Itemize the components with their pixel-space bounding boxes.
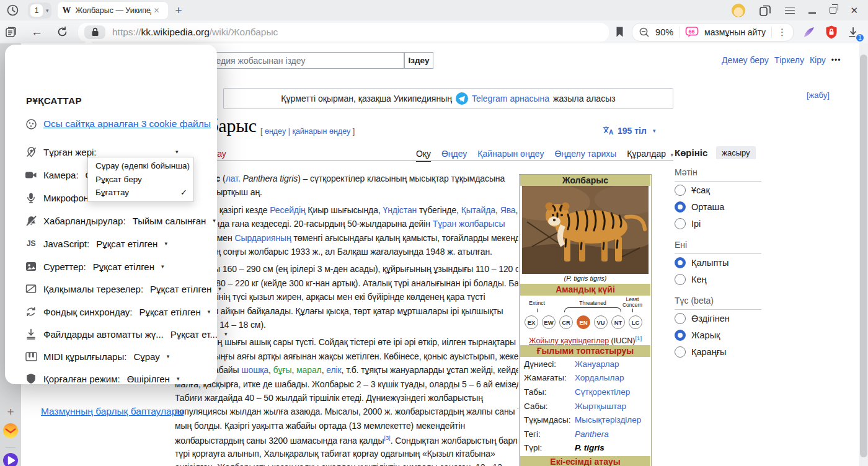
cookies-row[interactable]: Осы сайтқа арналған 3 cookie файлы (25, 118, 211, 130)
permission-row-background-sync[interactable]: Фондық синхрондау:Рұқсат етілген▾ (25, 304, 210, 320)
account-link[interactable]: Тіркелу (774, 55, 804, 65)
tab-group-selector[interactable]: 1 ▾ (28, 2, 51, 19)
scrollbar-thumb[interactable] (860, 55, 867, 457)
taxonomy-value[interactable]: Хордалылар (575, 373, 624, 382)
article-link[interactable]: Ресейдің (270, 205, 305, 215)
taxonomy-value[interactable]: Жыртқыштар (575, 402, 626, 411)
article-link[interactable]: Тұран жолбарысы (433, 219, 505, 229)
alice-icon[interactable] (0, 452, 21, 466)
downloads-button[interactable]: 1 (847, 26, 859, 38)
permission-row-images[interactable]: Суреттер:Рұқсат етілген▾ (25, 258, 164, 275)
article-link-green[interactable]: марал (296, 365, 322, 375)
zoom-out-icon[interactable] (639, 27, 650, 38)
menu-icon[interactable] (785, 7, 795, 14)
panels-icon[interactable] (759, 4, 771, 17)
reading-list-icon[interactable] (4, 25, 17, 38)
article-link[interactable]: Үндістан (383, 205, 417, 215)
read-aloud-icon[interactable]: 66 (685, 26, 699, 38)
zoom-level[interactable]: 90% (655, 27, 673, 37)
appearance-option-Ұсақ[interactable]: Ұсақ (675, 182, 781, 198)
account-link[interactable]: Кіру (810, 55, 826, 65)
appearance-option-Кең[interactable]: Кең (675, 271, 781, 288)
reference-link[interactable]: [3] (384, 434, 390, 441)
radio-button[interactable] (675, 185, 686, 196)
bookmark-icon[interactable] (615, 26, 624, 38)
dropdown-item[interactable]: Рұқсат беру (88, 173, 193, 187)
appearance-option-Қалыпты[interactable]: Қалыпты (675, 254, 781, 271)
appearance-option-Қараңғы[interactable]: Қараңғы (675, 343, 781, 360)
article-link[interactable]: шошқа (241, 365, 268, 375)
account-link[interactable]: Демеу беру (722, 55, 769, 65)
banner-close-link[interactable]: [жабу] (807, 90, 830, 100)
iucn-status-link[interactable]: Жойылу қаупіндегілер (529, 336, 609, 345)
tiger-photo[interactable] (522, 186, 649, 274)
language-selector[interactable]: A 195 тіл ▾ (603, 126, 655, 136)
radio-button[interactable] (675, 313, 686, 324)
maximize-button[interactable] (830, 7, 836, 14)
permission-row-protected-mode[interactable]: Қорғалған режим:Өшірілген▾ (25, 371, 179, 387)
taxonomy-value[interactable]: Жануарлар (575, 359, 619, 369)
article-link[interactable]: Қытайда (461, 205, 495, 215)
taxonomy-value[interactable]: Сүтқоректілер (575, 387, 630, 397)
read-aloud-label[interactable]: мазмұнын айту (704, 27, 766, 37)
taxonomy-value[interactable]: Panthera (575, 429, 609, 439)
more-options-icon[interactable]: ••• (831, 56, 841, 64)
site-permissions-lock-icon[interactable] (84, 25, 105, 39)
radio-button[interactable] (675, 218, 686, 229)
active-tab[interactable]: W Жолбарыс — Уикипеди ✕ (58, 2, 168, 19)
reload-button[interactable] (56, 26, 68, 38)
dropdown-item[interactable]: Бұғаттау✓ (88, 186, 193, 200)
permission-row-popups[interactable]: Қалқымалы терезелер:Рұқсат етілген▾ (25, 281, 221, 297)
article-link[interactable]: Сырдарияның (234, 233, 291, 243)
permission-row-midi[interactable]: MIDI құрылғылары:Сұрау▾ (25, 348, 169, 364)
appearance-option-Жарық[interactable]: Жарық (675, 327, 781, 343)
radio-button[interactable] (675, 257, 686, 268)
telegram-channel-link[interactable]: Telegram арнасына (472, 94, 549, 103)
taxonomy-header: Ғылыми топтастыруы (520, 345, 650, 357)
close-window-button[interactable]: ✕ (850, 5, 858, 16)
dropdown-item[interactable]: Сұрау (әдепкі бойынша) (88, 159, 193, 173)
page-tab-Оқу[interactable]: Оқу (416, 149, 431, 162)
appearance-option-Ірі[interactable]: Ірі (675, 215, 781, 232)
sidebar-add-icon[interactable]: + (0, 405, 21, 419)
pen-icon[interactable] (802, 25, 816, 39)
protect-shield-icon[interactable] (825, 25, 838, 40)
taxonomy-value[interactable]: Мысықтәрізділер (575, 415, 641, 424)
radio-button[interactable] (675, 330, 686, 341)
edit-link[interactable]: өңдеу (265, 127, 286, 136)
iucn-ref[interactable]: [1] (635, 335, 642, 341)
permission-row-notifications-off[interactable]: Хабарландырулар:Тыйым салынған▾ (25, 213, 216, 229)
all-content-settings-link[interactable]: Мазмұнның барлық баптаулары (41, 406, 184, 417)
minimize-button[interactable] (808, 12, 816, 14)
permission-row-location-off[interactable]: Тұрған жері:▾ (25, 144, 97, 160)
new-tab-button[interactable]: + (175, 4, 182, 17)
page-tab-Құралдар[interactable]: Құралдар ▾ (627, 149, 673, 162)
article-link[interactable]: елік (326, 365, 341, 375)
article-link-green[interactable]: бұғы (273, 365, 292, 375)
profile-avatar[interactable] (732, 4, 745, 17)
radio-button[interactable] (675, 274, 686, 285)
page-tab-Қайнарын өңдеу[interactable]: Қайнарын өңдеу (477, 149, 544, 162)
permission-row-auto-download[interactable]: Файлдарды автоматты жү...Рұқсат ет...▾ (25, 326, 227, 342)
cookies-link[interactable]: Осы сайтқа арналған 3 cookie файлы (43, 118, 211, 130)
wiki-search-input[interactable]: Уикипедия жобасынан іздеу (185, 52, 404, 69)
tab-close-icon[interactable]: ✕ (154, 6, 160, 15)
page-tab-Өңделу тарихы[interactable]: Өңделу тарихы (554, 149, 616, 162)
appearance-option-Өздігінен[interactable]: Өздігінен (675, 310, 781, 327)
kebab-menu-icon[interactable]: ⋮ (777, 27, 787, 38)
article-link[interactable]: Ява (500, 205, 516, 215)
page-tab-Өңдеу[interactable]: Өңдеу (441, 149, 467, 162)
article-link[interactable]: лат. (226, 174, 241, 183)
wiki-search-button[interactable]: Іздеу (404, 52, 433, 69)
permission-row-js[interactable]: JSJavaScript:Рұқсат етілген▾ (25, 235, 167, 252)
appearance-hide-button[interactable]: жасыру (716, 146, 755, 159)
address-bar[interactable]: https://kk.wikipedia.org/wiki/Жолбарыс (78, 23, 609, 42)
back-button[interactable]: ← (31, 25, 43, 39)
history-clock-icon[interactable] (6, 4, 19, 17)
edit-source-link[interactable]: қайнарын өңдеу (292, 127, 350, 136)
radio-button[interactable] (675, 346, 686, 358)
radio-button[interactable] (675, 201, 686, 213)
yandex-mail-icon[interactable] (0, 423, 21, 439)
permission-row-microphone[interactable]: Микрофон: (25, 190, 91, 206)
appearance-option-Орташа[interactable]: Орташа (675, 198, 781, 215)
